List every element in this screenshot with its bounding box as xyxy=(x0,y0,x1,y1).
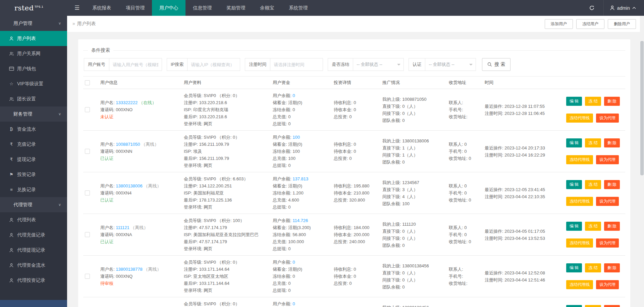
freeze-agent-line-button[interactable]: 冻结代理线 xyxy=(566,197,593,206)
refresh-icon[interactable] xyxy=(580,0,603,16)
balance-link[interactable]: 0 xyxy=(292,301,295,306)
search-input[interactable] xyxy=(109,58,162,71)
page-action-button[interactable]: 冻结用户 xyxy=(576,19,604,29)
row-checkbox[interactable] xyxy=(85,190,90,195)
nav-item[interactable]: 系统报表 xyxy=(85,0,118,16)
table-row: 用户名: 1008871050 （离线）邀请码: 000XNN已认证会员等级: … xyxy=(83,131,625,172)
username-link[interactable]: 111121 xyxy=(116,225,129,230)
search-input[interactable] xyxy=(270,58,323,71)
nav-item[interactable]: 奖励管理 xyxy=(219,0,253,16)
freeze-button[interactable]: 冻 结 xyxy=(585,222,601,231)
field-label: 注册时间: xyxy=(485,236,504,241)
page-action-button[interactable]: 添加用户 xyxy=(545,19,573,29)
username-link[interactable]: 13800138006 xyxy=(116,183,143,188)
row-checkbox[interactable] xyxy=(85,107,90,112)
freeze-button[interactable]: 冻 结 xyxy=(585,263,601,272)
balance-link[interactable]: 114.726 xyxy=(292,218,308,223)
set-agent-button[interactable]: 设为代理 xyxy=(596,197,619,206)
sidebar-item[interactable]: ≡兑换记录 xyxy=(0,182,67,197)
select-all-checkbox[interactable] xyxy=(85,80,90,85)
balance-link[interactable]: 0 xyxy=(292,93,295,98)
field-label: 登录环境: xyxy=(184,121,204,126)
sidebar-section-title[interactable]: 代理管理∨ xyxy=(0,197,67,212)
sidebar-item[interactable]: ₿资金流水 xyxy=(0,122,67,137)
set-agent-button[interactable]: 设为代理 xyxy=(596,155,619,164)
edit-button[interactable]: 编 辑 xyxy=(566,305,582,307)
sidebar-item[interactable]: 用户钱包 xyxy=(0,61,67,76)
sidebar-section-title[interactable]: 用户管理∨ xyxy=(0,16,67,31)
freeze-button[interactable]: 冻 结 xyxy=(585,180,601,189)
delete-button[interactable]: 删 除 xyxy=(604,222,620,231)
set-agent-button[interactable]: 设为代理 xyxy=(596,280,619,289)
balance-link[interactable]: 0 xyxy=(292,260,295,265)
freeze-agent-line-button[interactable]: 冻结代理线 xyxy=(566,114,593,123)
delete-button[interactable]: 删 除 xyxy=(604,305,620,307)
field-value: 埃及 xyxy=(193,149,202,154)
row-action-group: 编 辑冻 结删 除 xyxy=(566,263,624,272)
field-label: 间接下级: xyxy=(382,194,402,199)
set-agent-button[interactable]: 设为代理 xyxy=(596,238,619,248)
username-link[interactable]: 13800138778 xyxy=(116,267,143,272)
vertical-scrollbar[interactable] xyxy=(640,16,644,307)
edit-button[interactable]: 编 辑 xyxy=(566,138,582,147)
nav-item-active[interactable]: 用户中心 xyxy=(152,0,185,16)
freeze-button[interactable]: 冻 结 xyxy=(585,97,601,106)
sidebar-item[interactable]: ₹提现记录 xyxy=(0,152,67,167)
delete-button[interactable]: 删 除 xyxy=(604,138,620,147)
menu-toggle-icon[interactable]: ☰ xyxy=(74,4,79,11)
row-checkbox[interactable] xyxy=(85,274,90,279)
freeze-agent-line-button[interactable]: 冻结代理线 xyxy=(566,280,593,289)
freeze-button[interactable]: 冻 结 xyxy=(585,305,601,307)
edit-button[interactable]: 编 辑 xyxy=(566,97,582,106)
nav-item[interactable]: 系统管理 xyxy=(281,0,315,16)
nav-item[interactable]: 信息管理 xyxy=(185,0,219,16)
sidebar-item[interactable]: 代理投资记录 xyxy=(0,273,67,288)
sidebar-item[interactable]: ☆VIP等级设置 xyxy=(0,76,67,91)
row-checkbox[interactable] xyxy=(85,149,90,154)
freeze-agent-line-button[interactable]: 冻结代理线 xyxy=(566,155,593,164)
page-action-button[interactable]: 删除用户 xyxy=(608,19,636,29)
username-link[interactable]: 1008871050 xyxy=(116,142,140,147)
scrollbar-thumb[interactable] xyxy=(640,41,644,175)
search-input[interactable] xyxy=(187,58,240,71)
sidebar-item[interactable]: 代理列表 xyxy=(0,212,67,227)
field-value: 0 xyxy=(469,239,471,244)
sidebar-item[interactable]: 代理资金流水 xyxy=(0,258,67,273)
admin-menu[interactable]: admin xyxy=(604,0,644,16)
set-agent-button[interactable]: 设为代理 xyxy=(596,114,619,123)
field-value: 103.220.218.6 xyxy=(199,100,227,105)
delete-button[interactable]: 删 除 xyxy=(604,263,620,272)
table-row: 用户名: 13800138778 （离线）邀请码: 000XNQ待审核会员等级:… xyxy=(83,256,625,297)
freeze-button[interactable]: 冻 结 xyxy=(585,138,601,147)
search-button[interactable]: 搜 索 xyxy=(482,58,511,71)
delete-button[interactable]: 删 除 xyxy=(604,97,620,106)
sidebar-item[interactable]: 用户关系网 xyxy=(0,46,67,61)
sidebar-item[interactable]: 用户列表 xyxy=(0,31,67,46)
balance-link[interactable]: 100 xyxy=(292,135,300,140)
sidebar-item[interactable]: ⚑投资记录 xyxy=(0,167,67,182)
field-label: 用户余额: xyxy=(273,135,292,140)
nav-item[interactable]: 余额宝 xyxy=(253,0,281,16)
freeze-agent-line-button[interactable]: 冻结代理线 xyxy=(566,238,593,248)
field-label: 总投资: xyxy=(334,198,349,203)
field-label: 我的上级: xyxy=(382,180,402,185)
edit-button[interactable]: 编 辑 xyxy=(566,180,582,189)
sidebar-item[interactable]: ₹充值记录 xyxy=(0,137,67,152)
balance-link[interactable]: 137.813 xyxy=(292,176,308,181)
field-label: 登录环境: xyxy=(184,163,204,168)
username-link[interactable]: 133322222 xyxy=(116,100,138,105)
sidebar-section-title[interactable]: 财务管理∨ xyxy=(0,106,67,122)
sidebar-item[interactable]: 代理充值记录 xyxy=(0,227,67,243)
status-select[interactable]: -- 全部状态 -- xyxy=(353,58,404,71)
delete-button[interactable]: 删 除 xyxy=(604,180,620,189)
sidebar-item[interactable]: 代理提现记录 xyxy=(0,243,67,258)
status-select[interactable]: -- 全部状态 -- xyxy=(425,58,476,71)
field-label: 用户名: xyxy=(100,267,116,272)
edit-button[interactable]: 编 辑 xyxy=(566,263,582,272)
row-checkbox[interactable] xyxy=(85,232,90,237)
edit-button[interactable]: 编 辑 xyxy=(566,222,582,231)
field-label: 我的上级: xyxy=(382,97,402,102)
sidebar-item[interactable]: 团长设置 xyxy=(0,91,67,106)
field-value: 2023-12-28 11:07:55 xyxy=(504,104,545,109)
nav-item[interactable]: 项目管理 xyxy=(118,0,152,16)
